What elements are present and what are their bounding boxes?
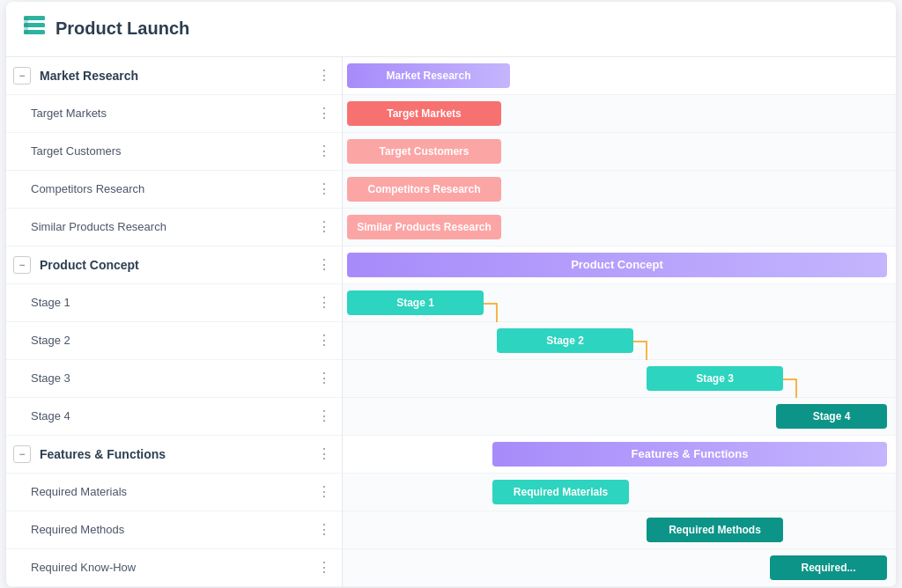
- task-label-stage2: Stage 2: [6, 334, 312, 347]
- gantt-row-required-methods: Required Methods: [343, 511, 896, 549]
- bar-label-required-knowhow: Required...: [801, 562, 855, 574]
- app-title: Product Launch: [55, 18, 189, 39]
- task-row-competitors-research: Competitors Research: [6, 171, 342, 209]
- arrow-s1-s2: [479, 284, 506, 322]
- gantt-wrapper: − Market Research Target Markets Target …: [6, 57, 896, 587]
- gantt-row-product-concept: Product Concept: [343, 246, 896, 284]
- gantt-row-required-knowhow: Required...: [343, 549, 896, 587]
- bar-stage4[interactable]: Stage 4: [776, 404, 887, 429]
- dots-btn-stage4[interactable]: [315, 408, 333, 424]
- dots-btn-required-materials[interactable]: [315, 483, 333, 500]
- task-row-stage3: Stage 3: [6, 360, 342, 398]
- gantt-row-required-materials: Required Materials: [343, 474, 896, 511]
- dots-btn-market-research[interactable]: [315, 67, 333, 84]
- bar-label-target-markets: Target Markets: [387, 107, 461, 120]
- bar-target-customers[interactable]: Target Customers: [347, 139, 501, 164]
- bar-target-markets[interactable]: Target Markets: [347, 101, 501, 126]
- collapse-btn-features[interactable]: −: [13, 445, 31, 463]
- bar-label-stage4: Stage 4: [813, 410, 851, 423]
- task-label-stage4: Stage 4: [6, 409, 312, 423]
- dots-btn-competitors-research[interactable]: [315, 180, 333, 197]
- dots-btn-features[interactable]: [315, 445, 333, 462]
- group-label-product-concept: Product Concept: [31, 258, 312, 272]
- bar-required-knowhow[interactable]: Required...: [770, 555, 887, 580]
- bar-label-stage1: Stage 1: [396, 297, 434, 309]
- group-label-features: Features & Functions: [31, 447, 312, 461]
- bar-market-research[interactable]: Market Research: [347, 63, 510, 88]
- bar-label-similar-products: Similar Products Research: [357, 221, 492, 233]
- task-row-similar-products: Similar Products Research: [6, 209, 342, 246]
- collapse-btn-product-concept[interactable]: −: [13, 256, 31, 274]
- bar-label-target-customers: Target Customers: [380, 145, 469, 158]
- bar-stage1[interactable]: Stage 1: [347, 290, 484, 315]
- task-label-stage1: Stage 1: [6, 296, 312, 309]
- task-row-target-markets: Target Markets: [6, 95, 342, 133]
- arrow-s3-s4: [779, 360, 805, 398]
- bar-stage3[interactable]: Stage 3: [647, 366, 783, 391]
- group-row-features: − Features & Functions: [6, 436, 342, 474]
- bar-features[interactable]: Features & Functions: [492, 442, 887, 467]
- bar-label-required-methods: Required Methods: [669, 524, 761, 536]
- bar-required-methods[interactable]: Required Methods: [647, 518, 783, 542]
- bar-similar-products[interactable]: Similar Products Research: [347, 215, 501, 239]
- group-row-market-research: − Market Research: [6, 57, 342, 95]
- task-label-required-methods: Required Methods: [6, 523, 312, 536]
- bar-label-stage3: Stage 3: [696, 372, 734, 385]
- dots-btn-product-concept[interactable]: [315, 256, 333, 273]
- task-label-similar-products: Similar Products Research: [6, 220, 312, 233]
- task-row-target-customers: Target Customers: [6, 133, 342, 171]
- bar-label-competitors-research: Competitors Research: [367, 183, 480, 195]
- gantt-row-features: Features & Functions: [343, 436, 896, 474]
- bar-label-product-concept: Product Concept: [571, 258, 663, 271]
- svg-rect-3: [24, 18, 28, 33]
- collapse-btn-market-research[interactable]: −: [13, 67, 31, 85]
- group-row-product-concept: − Product Concept: [6, 246, 342, 284]
- task-list: − Market Research Target Markets Target …: [6, 57, 343, 587]
- dots-btn-similar-products[interactable]: [315, 218, 333, 235]
- task-label-competitors-research: Competitors Research: [6, 182, 312, 195]
- task-label-target-markets: Target Markets: [6, 107, 312, 120]
- bar-stage2[interactable]: Stage 2: [497, 328, 633, 353]
- bar-label-required-materials: Required Materials: [514, 486, 608, 498]
- dots-btn-stage3[interactable]: [315, 370, 333, 386]
- task-label-stage3: Stage 3: [6, 371, 312, 385]
- gantt-row-stage3: Stage 3: [343, 360, 896, 398]
- task-row-required-materials: Required Materials: [6, 474, 342, 511]
- gantt-row-stage1: Stage 1: [343, 284, 896, 322]
- dots-btn-target-customers[interactable]: [315, 143, 333, 159]
- app-header: Product Launch: [6, 2, 896, 57]
- gantt-row-competitors-research: Competitors Research: [343, 171, 896, 209]
- bar-label-market-research: Market Research: [386, 70, 470, 82]
- app-icon: [22, 14, 47, 44]
- task-row-stage2: Stage 2: [6, 322, 342, 360]
- bar-label-features: Features & Functions: [632, 447, 749, 460]
- dots-btn-required-methods[interactable]: [315, 521, 333, 538]
- arrow-s2-s3: [629, 322, 655, 360]
- bar-competitors-research[interactable]: Competitors Research: [347, 177, 501, 202]
- task-row-stage1: Stage 1: [6, 284, 342, 322]
- gantt-row-target-customers: Target Customers: [343, 133, 896, 171]
- task-row-required-knowhow: Required Know-How: [6, 549, 342, 587]
- gantt-row-stage4: Stage 4: [343, 398, 896, 436]
- bar-product-concept[interactable]: Product Concept: [347, 253, 887, 277]
- gantt-row-target-markets: Target Markets: [343, 95, 896, 133]
- gantt-row-similar-products: Similar Products Research: [343, 209, 896, 246]
- task-row-required-methods: Required Methods: [6, 511, 342, 549]
- dots-btn-target-markets[interactable]: [315, 105, 333, 121]
- bar-label-stage2: Stage 2: [546, 334, 584, 347]
- task-label-required-knowhow: Required Know-How: [6, 561, 312, 574]
- gantt-row-market-research: Market Research: [343, 57, 896, 95]
- task-label-required-materials: Required Materials: [6, 485, 312, 498]
- gantt-row-stage2: Stage 2: [343, 322, 896, 360]
- task-row-stage4: Stage 4: [6, 398, 342, 436]
- dots-btn-stage2[interactable]: [315, 332, 333, 349]
- gantt-chart: Market Research Target Markets Target Cu…: [343, 57, 896, 587]
- task-label-target-customers: Target Customers: [6, 144, 312, 158]
- app-container: Product Launch − Market Research Target …: [6, 2, 896, 587]
- dots-btn-stage1[interactable]: [315, 294, 333, 311]
- group-label-market-research: Market Research: [31, 69, 312, 83]
- bar-required-materials[interactable]: Required Materials: [492, 480, 629, 504]
- gantt-rows-container: Market Research Target Markets Target Cu…: [343, 57, 896, 587]
- dots-btn-required-knowhow[interactable]: [315, 559, 333, 576]
